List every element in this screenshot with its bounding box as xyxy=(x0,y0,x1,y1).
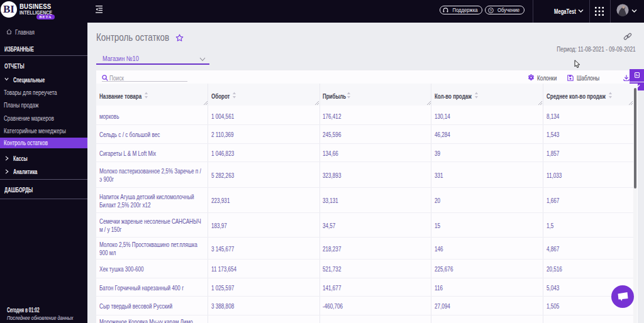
svg-text:?: ? xyxy=(490,8,492,12)
